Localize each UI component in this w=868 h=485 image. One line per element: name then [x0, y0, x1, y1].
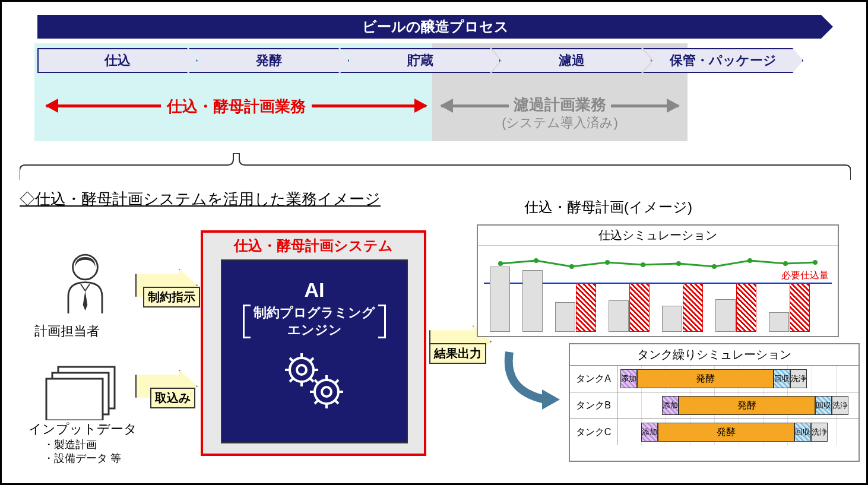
- sim-chart-area: 必要仕込量: [478, 246, 838, 335]
- scope-red-label: 仕込・酵母計画業務: [161, 96, 312, 117]
- svg-point-12: [641, 262, 645, 267]
- svg-point-10: [569, 264, 574, 269]
- step-chozo: 貯蔵: [340, 48, 500, 73]
- gantt-ferment: 発酵: [679, 396, 815, 415]
- svg-point-5: [297, 365, 306, 375]
- gantt-add: 添加: [662, 396, 679, 415]
- tank-a-label: タンクA: [570, 366, 617, 392]
- svg-point-9: [534, 258, 538, 263]
- process-title-banner: ビールの醸造プロセス: [37, 15, 833, 39]
- output-title: 仕込・酵母計画(イメージ): [524, 198, 692, 217]
- docs-label: インプットデータ: [28, 420, 137, 438]
- gantt-clean: 洗浄: [832, 396, 848, 415]
- svg-point-13: [676, 261, 681, 266]
- step-roka: 濾過: [492, 48, 652, 73]
- svg-rect-3: [46, 379, 103, 420]
- docs-sublabels: ・製造計画 ・設備データ 等: [43, 438, 121, 466]
- ai-engine-box: AI 制約プログラミング エンジン: [221, 259, 408, 443]
- scope-arrow-red: 仕込・酵母計画業務: [46, 94, 426, 129]
- person-icon: [52, 251, 118, 319]
- ai-sub-bracket: 制約プログラミング エンジン: [243, 305, 386, 338]
- gantt-ferment: 発酵: [637, 369, 774, 388]
- sim-green-line: [478, 246, 838, 335]
- gantt-collect: 回収: [794, 423, 811, 442]
- flow-label-constraint: 制約指示: [143, 287, 200, 308]
- simulation-chart: 仕込シミュレーション 必要仕込量: [477, 224, 839, 337]
- process-steps-row: 仕込 発酵 貯蔵 濾過 保管・パッケージ: [37, 48, 803, 73]
- tank-row-a: タンクA 添加 発酵 回収 洗浄: [570, 365, 859, 392]
- gears-icon: [222, 347, 407, 415]
- svg-point-17: [813, 260, 818, 265]
- tank-b-label: タンクB: [570, 392, 617, 419]
- flow-label-output: 結果出力: [429, 343, 486, 364]
- step-hakko: 発酵: [189, 48, 349, 73]
- person-label: 計画担当者: [34, 322, 100, 340]
- scope-gray-label: 濾過計画業務: [509, 94, 611, 115]
- scope-arrow-gray: 濾過計画業務 (システム導入済み): [441, 94, 679, 135]
- gantt-clean: 洗浄: [790, 369, 807, 388]
- svg-point-8: [498, 261, 503, 266]
- gantt-ferment: 発酵: [658, 423, 794, 442]
- documents-icon: [43, 364, 121, 423]
- tank-c-label: タンクC: [570, 419, 617, 445]
- scope-gray-sublabel: (システム導入済み): [502, 114, 618, 132]
- svg-point-7: [322, 387, 331, 397]
- gantt-collect: 回収: [815, 396, 832, 415]
- section-heading: ◇仕込・酵母計画システムを活用した業務イメージ: [20, 189, 381, 210]
- ai-system-box: 仕込・酵母計画システム AI 制約プログラミング エンジン: [201, 230, 426, 456]
- sim-chart-title: 仕込シミュレーション: [478, 226, 838, 246]
- step-shikomi: 仕込: [37, 48, 198, 73]
- gantt-add: 添加: [641, 423, 658, 442]
- ai-main-label: AI: [222, 278, 407, 302]
- flow-label-import: 取込み: [150, 388, 195, 408]
- bracket-connector: [20, 153, 851, 180]
- gantt-clean: 洗浄: [811, 423, 828, 442]
- curve-arrow-icon: [500, 349, 566, 414]
- svg-point-16: [783, 261, 788, 266]
- tank-chart-title: タンク繰りシミュレーション: [570, 344, 859, 365]
- ai-system-title: 仕込・酵母計画システム: [203, 236, 424, 255]
- svg-point-15: [747, 258, 752, 263]
- gantt-add: 添加: [620, 369, 637, 388]
- tank-gantt-chart: タンク繰りシミュレーション タンクA 添加 発酵 回収 洗浄 タンクB 添加 発…: [569, 343, 860, 462]
- svg-point-11: [605, 260, 610, 265]
- tank-row-c: タンクC 添加 発酵 回収 洗浄: [570, 419, 859, 445]
- svg-point-14: [712, 264, 717, 269]
- step-hokan: 保管・パッケージ: [643, 48, 803, 73]
- gantt-collect: 回収: [774, 369, 790, 388]
- tank-row-b: タンクB 添加 発酵 回収 洗浄: [570, 392, 859, 419]
